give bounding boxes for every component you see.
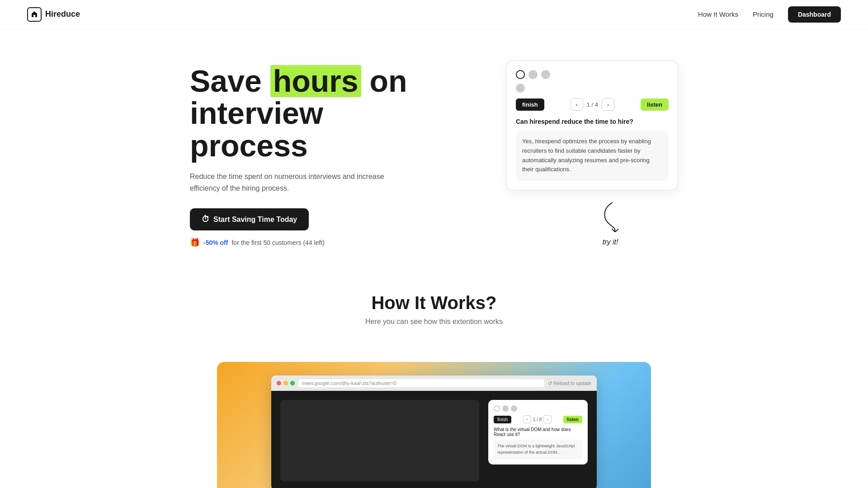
- video-background: meet.google.com/dhy-kaaf-zts?authuser=0 …: [217, 362, 651, 488]
- video-feed: [280, 400, 479, 481]
- section-subtitle: Here you can see how this extention work…: [190, 318, 678, 326]
- inner-nav: ‹ 1 / 8 ›: [523, 415, 552, 423]
- inner-circle-1: [494, 405, 500, 412]
- widget-controls: finish ‹ 1 / 4 › listen: [516, 98, 669, 111]
- promo-icon: 🎁: [190, 238, 200, 248]
- widget-answer: Yes, hirespend optimizes the process by …: [516, 131, 669, 181]
- try-it-label: try it!: [603, 238, 618, 246]
- inner-finish: finish: [494, 416, 511, 423]
- inner-answer: The virtual DOM is a lightweight JavaScr…: [494, 440, 582, 459]
- inner-prev: ‹: [523, 415, 531, 423]
- reload-button[interactable]: ↺ Reload to update: [548, 380, 591, 386]
- video-area: meet.google.com/dhy-kaaf-zts?authuser=0 …: [163, 326, 705, 488]
- inner-listen: listen: [563, 416, 582, 423]
- video-container: meet.google.com/dhy-kaaf-zts?authuser=0 …: [217, 362, 651, 488]
- promo-off: -50% off: [203, 239, 228, 246]
- heading-part1: Save: [190, 64, 270, 98]
- inner-next: ›: [543, 415, 552, 423]
- hero-subtext: Reduce the time spent on numerous interv…: [190, 171, 389, 194]
- nav-controls: ‹ 1 / 4 ›: [571, 98, 614, 111]
- inner-widget: finish ‹ 1 / 8 › listen What is the virt…: [488, 400, 588, 465]
- circle-4: [516, 84, 525, 93]
- heading-highlight: hours: [270, 65, 361, 97]
- circle-3: [541, 70, 550, 79]
- nav-pricing[interactable]: Pricing: [753, 10, 774, 18]
- inner-question: What is the virtual DOM and how does Rea…: [494, 427, 582, 437]
- section-title: How It Works?: [190, 293, 678, 313]
- finish-button[interactable]: finish: [516, 99, 544, 111]
- dot-minimize: [283, 381, 288, 385]
- widget-circles: [516, 70, 669, 79]
- browser-bar: meet.google.com/dhy-kaaf-zts?authuser=0 …: [271, 375, 597, 391]
- try-it-area: try it!: [524, 201, 696, 246]
- dot-close: [277, 381, 281, 385]
- inner-circle-2: [502, 405, 509, 412]
- hero-section: Save hours on interview process Reduce t…: [163, 29, 705, 266]
- inner-counter: 1 / 8: [533, 417, 542, 422]
- circle-2: [528, 70, 538, 79]
- next-button[interactable]: ›: [602, 98, 614, 111]
- circle-1: [516, 70, 525, 79]
- browser-mockup: meet.google.com/dhy-kaaf-zts?authuser=0 …: [271, 375, 597, 488]
- logo-text: Hireduce: [45, 9, 80, 19]
- browser-content: finish ‹ 1 / 8 › listen What is the virt…: [271, 391, 597, 488]
- promo-line: 🎁 -50% off for the first 50 customers (4…: [190, 238, 439, 248]
- cta-label: Start Saving Time Today: [213, 216, 297, 224]
- inner-circle-3: [511, 405, 517, 412]
- browser-dots: [277, 381, 295, 385]
- cta-icon: ⏱: [202, 215, 210, 224]
- arrow-icon: [596, 199, 625, 238]
- promo-rest: for the first 50 customers (44 left): [231, 239, 324, 246]
- browser-url: meet.google.com/dhy-kaaf-zts?authuser=0: [298, 379, 544, 387]
- listen-button[interactable]: listen: [641, 99, 669, 111]
- hero-content: Save hours on interview process Reduce t…: [190, 56, 439, 248]
- logo[interactable]: Hireduce: [27, 7, 80, 22]
- nav-counter: 1 / 4: [587, 101, 598, 108]
- hero-heading: Save hours on interview process: [190, 65, 439, 162]
- inner-circles: [494, 405, 582, 412]
- logo-icon: [27, 7, 42, 22]
- nav-links: How It Works Pricing Dashboard: [698, 6, 841, 23]
- dashboard-button[interactable]: Dashboard: [788, 6, 841, 23]
- demo-widget: finish ‹ 1 / 4 › listen Can hirespend re…: [506, 61, 678, 190]
- inner-controls: finish ‹ 1 / 8 › listen: [494, 415, 582, 423]
- navbar: Hireduce How It Works Pricing Dashboard: [0, 0, 868, 29]
- dot-maximize: [290, 381, 295, 385]
- widget-question: Can hirespend reduce the time to hire?: [516, 118, 669, 125]
- prev-button[interactable]: ‹: [571, 98, 583, 111]
- nav-how-it-works[interactable]: How It Works: [698, 10, 738, 18]
- how-it-works-section: How It Works? Here you can see how this …: [163, 266, 705, 326]
- hero-widget-area: finish ‹ 1 / 4 › listen Can hirespend re…: [506, 56, 678, 246]
- cta-button[interactable]: ⏱ Start Saving Time Today: [190, 208, 309, 230]
